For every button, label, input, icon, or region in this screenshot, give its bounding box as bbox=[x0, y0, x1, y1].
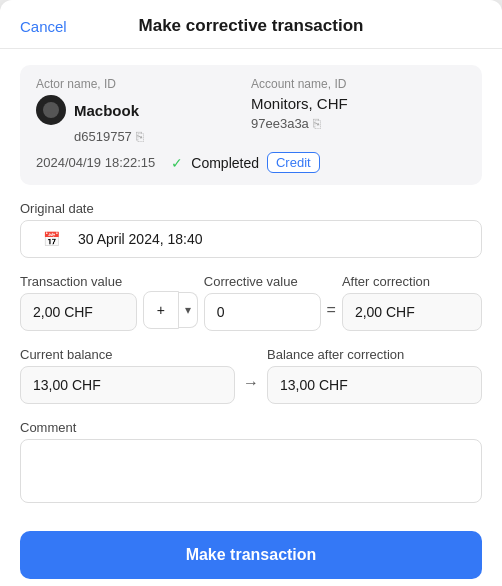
current-balance-col: Current balance 13,00 CHF bbox=[20, 347, 235, 404]
timestamp: 2024/04/19 18:22:15 bbox=[36, 155, 155, 170]
modal-title: Make corrective transaction bbox=[139, 16, 364, 36]
modal-footer: Make transaction bbox=[0, 519, 502, 586]
current-balance-field: 13,00 CHF bbox=[20, 366, 235, 404]
balance-after-correction-col: Balance after correction 13,00 CHF bbox=[267, 347, 482, 404]
original-date-label: Original date bbox=[20, 201, 482, 216]
status-area: ✓ Completed Credit bbox=[171, 152, 319, 173]
cancel-button[interactable]: Cancel bbox=[20, 18, 67, 35]
corrective-value-label: Corrective value bbox=[204, 274, 321, 289]
actor-label: Actor name, ID bbox=[36, 77, 251, 91]
operator-input[interactable] bbox=[143, 291, 179, 329]
corrective-value-input[interactable] bbox=[205, 294, 320, 330]
corrective-value-col: Corrective value bbox=[204, 274, 321, 331]
arrow-col: → bbox=[243, 374, 259, 404]
transaction-value-col: Transaction value 2,00 CHF bbox=[20, 274, 137, 331]
account-name: Monitors, CHF bbox=[251, 95, 466, 112]
balance-after-correction-field: 13,00 CHF bbox=[267, 366, 482, 404]
balance-after-correction-label: Balance after correction bbox=[267, 347, 482, 362]
actor-col: Actor name, ID Macbook d6519757 ⎘ bbox=[36, 77, 251, 144]
actor-id-row: d6519757 ⎘ bbox=[74, 129, 251, 144]
info-section: Actor name, ID Macbook d6519757 ⎘ Accoun… bbox=[20, 65, 482, 185]
status-text: Completed bbox=[191, 155, 259, 171]
transaction-value-field: 2,00 CHF bbox=[20, 293, 137, 331]
after-correction-col: After correction 2,00 CHF bbox=[342, 274, 482, 331]
after-correction-label: After correction bbox=[342, 274, 482, 289]
corrective-value-input-wrapper[interactable] bbox=[204, 293, 321, 331]
after-correction-field: 2,00 CHF bbox=[342, 293, 482, 331]
account-id: 97ee3a3a bbox=[251, 116, 309, 131]
modal-make-corrective-transaction: Cancel Make corrective transaction Actor… bbox=[0, 0, 502, 586]
operator-dropdown[interactable]: ▾ bbox=[179, 292, 198, 328]
avatar bbox=[36, 95, 66, 125]
actor-id: d6519757 bbox=[74, 129, 132, 144]
chevron-down-icon: ▾ bbox=[185, 303, 191, 317]
calendar-icon: 📅 bbox=[33, 231, 70, 247]
comment-section: Comment bbox=[20, 420, 482, 503]
type-badge: Credit bbox=[267, 152, 320, 173]
account-col: Account name, ID Monitors, CHF 97ee3a3a … bbox=[251, 77, 466, 144]
actor-row: Macbook bbox=[36, 95, 251, 125]
account-label: Account name, ID bbox=[251, 77, 466, 91]
avatar-inner bbox=[43, 102, 59, 118]
copy-actor-id-icon[interactable]: ⎘ bbox=[136, 129, 144, 144]
values-row: Transaction value 2,00 CHF ▾ Corrective … bbox=[20, 274, 482, 331]
info-labels-row: Actor name, ID Macbook d6519757 ⎘ Accoun… bbox=[36, 77, 466, 144]
check-icon: ✓ bbox=[171, 155, 183, 171]
modal-body: Actor name, ID Macbook d6519757 ⎘ Accoun… bbox=[0, 49, 502, 519]
original-date-input-wrapper[interactable]: 📅 bbox=[20, 220, 482, 258]
original-date-section: Original date 📅 bbox=[20, 201, 482, 258]
comment-input[interactable] bbox=[20, 439, 482, 503]
transaction-value-label: Transaction value bbox=[20, 274, 137, 289]
modal-header: Cancel Make corrective transaction bbox=[0, 0, 502, 49]
operator-col: ▾ bbox=[143, 291, 198, 331]
equals-col: = bbox=[327, 301, 336, 331]
account-id-row: 97ee3a3a ⎘ bbox=[251, 116, 466, 131]
actor-name: Macbook bbox=[74, 102, 139, 119]
current-balance-label: Current balance bbox=[20, 347, 235, 362]
copy-account-id-icon[interactable]: ⎘ bbox=[313, 116, 321, 131]
original-date-input[interactable] bbox=[70, 221, 469, 257]
info-bottom-row: 2024/04/19 18:22:15 ✓ Completed Credit bbox=[36, 152, 466, 173]
make-transaction-button[interactable]: Make transaction bbox=[20, 531, 482, 579]
balance-row: Current balance 13,00 CHF → Balance afte… bbox=[20, 347, 482, 404]
comment-label: Comment bbox=[20, 420, 482, 435]
